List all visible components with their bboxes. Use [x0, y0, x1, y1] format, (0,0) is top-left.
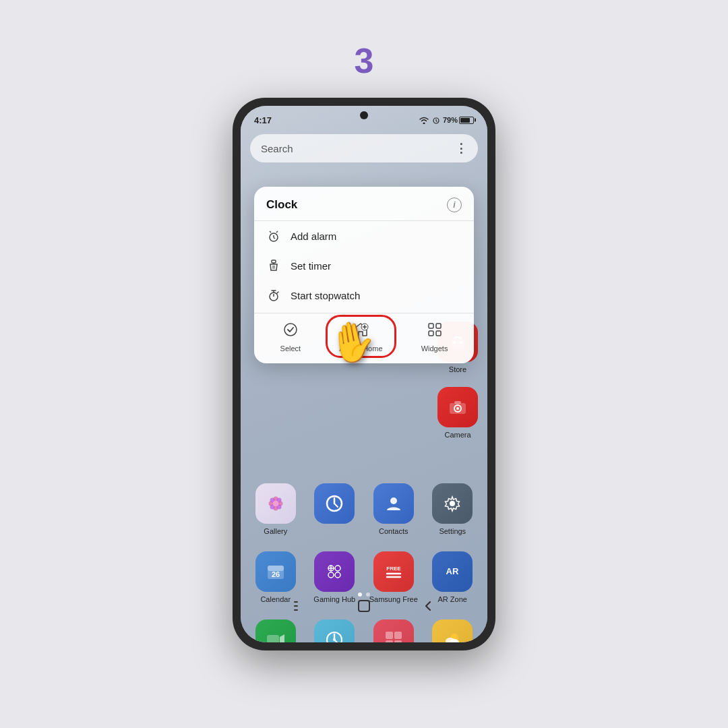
info-icon[interactable]: i [447, 198, 462, 212]
app-icon-calendar: 26 [255, 551, 296, 592]
alarm-menu-icon [266, 229, 281, 243]
svg-rect-58 [267, 635, 279, 642]
app-item-gallery[interactable]: Gallery [247, 477, 304, 542]
svg-point-44 [450, 501, 455, 506]
svg-line-2 [436, 121, 437, 122]
app-icon-widgetclub: 15 [373, 619, 414, 642]
nav-recent[interactable] [291, 597, 309, 615]
svg-point-51 [335, 566, 340, 571]
svg-line-5 [274, 238, 275, 239]
svg-rect-21 [429, 331, 433, 336]
widgets-icon [427, 322, 443, 342]
app-label-gallery: Gallery [264, 527, 287, 535]
app-icon-camera [437, 387, 478, 427]
app-icon-clock [314, 619, 355, 642]
battery-indicator: 79% [443, 116, 474, 124]
battery-icon [459, 117, 474, 124]
context-menu-header: Clock i [254, 198, 474, 221]
svg-rect-75 [359, 601, 369, 611]
svg-point-14 [284, 324, 297, 336]
svg-rect-29 [454, 401, 461, 404]
wifi-icon [419, 116, 429, 124]
step-number: 3 [355, 40, 374, 81]
footer-select[interactable]: Select [274, 319, 308, 355]
nav-bar [241, 590, 487, 622]
svg-rect-22 [436, 331, 441, 336]
search-placeholder: Search [261, 143, 293, 154]
app-label-contacts: Contacts [379, 527, 408, 535]
app-label-settings: Settings [439, 527, 466, 535]
menu-item-start-stopwatch[interactable]: Start stopwatch [254, 280, 474, 310]
select-label: Select [280, 344, 301, 353]
nav-back[interactable] [419, 597, 437, 615]
search-menu-icon[interactable]: ⋮ [455, 141, 467, 156]
app-label-camera: Camera [444, 431, 471, 439]
svg-text:26: 26 [272, 570, 280, 578]
search-bar[interactable]: Search ⋮ [250, 134, 478, 162]
phone-inner: 4:17 79% [241, 106, 487, 642]
app-item-contacts[interactable]: Contacts [365, 477, 422, 542]
app-icon-settings [432, 483, 473, 524]
svg-rect-67 [394, 640, 402, 642]
svg-line-13 [277, 292, 278, 293]
svg-rect-64 [386, 632, 393, 639]
timer-menu-icon [266, 258, 281, 273]
svg-rect-65 [394, 632, 402, 639]
cursor-hand: ✋ [325, 315, 381, 368]
svg-line-42 [334, 504, 338, 507]
app-icon-gaminghub [314, 551, 355, 592]
menu-item-add-alarm[interactable]: Add alarm [254, 221, 474, 251]
status-icons: 79% [419, 116, 474, 124]
set-timer-label: Set timer [291, 260, 331, 272]
battery-tip [475, 119, 476, 122]
camera-notch [360, 111, 368, 119]
svg-rect-19 [429, 324, 433, 328]
app-icon-contacts-blue [314, 483, 355, 524]
add-alarm-label: Add alarm [291, 231, 336, 242]
svg-rect-6 [272, 260, 276, 263]
widgets-label: Widgets [421, 344, 448, 353]
svg-point-63 [333, 638, 336, 641]
context-menu-title: Clock [266, 198, 297, 212]
svg-text:FREE: FREE [386, 566, 401, 572]
svg-marker-59 [280, 634, 284, 642]
alarm-icon [432, 116, 440, 124]
footer-widgets[interactable]: Widgets [415, 319, 455, 355]
svg-point-39 [273, 501, 278, 506]
app-icon-meet [255, 619, 296, 642]
app-row-2: Gallery [247, 477, 481, 542]
app-item-settings[interactable]: Settings [425, 477, 481, 542]
app-icon-contacts [373, 483, 414, 524]
battery-fill [460, 118, 470, 123]
battery-percent: 79% [443, 116, 458, 124]
app-label-store: Store [449, 365, 466, 373]
svg-text:AR: AR [446, 566, 459, 576]
app-icon-samsungfree: FREE [373, 551, 414, 592]
svg-point-28 [456, 407, 459, 410]
svg-point-43 [390, 497, 397, 504]
app-item-camera[interactable]: Camera [435, 380, 481, 446]
app-icon-gallery [255, 483, 296, 524]
app-icon-weather [432, 619, 473, 642]
app-icon-arzone: AR [432, 551, 473, 592]
app-item-contacts-blue[interactable] [307, 477, 363, 542]
start-stopwatch-label: Start stopwatch [291, 290, 360, 301]
status-bar: 4:17 79% [241, 106, 487, 130]
svg-rect-20 [436, 324, 441, 328]
svg-point-53 [335, 572, 340, 578]
nav-home[interactable] [355, 597, 373, 615]
menu-item-set-timer[interactable]: Set timer [254, 251, 474, 280]
phone-outer: 4:17 79% [233, 98, 495, 650]
svg-rect-66 [386, 640, 393, 642]
status-time: 4:17 [254, 115, 272, 125]
stopwatch-menu-icon [266, 288, 281, 303]
svg-point-52 [328, 572, 334, 578]
select-icon [282, 322, 299, 342]
